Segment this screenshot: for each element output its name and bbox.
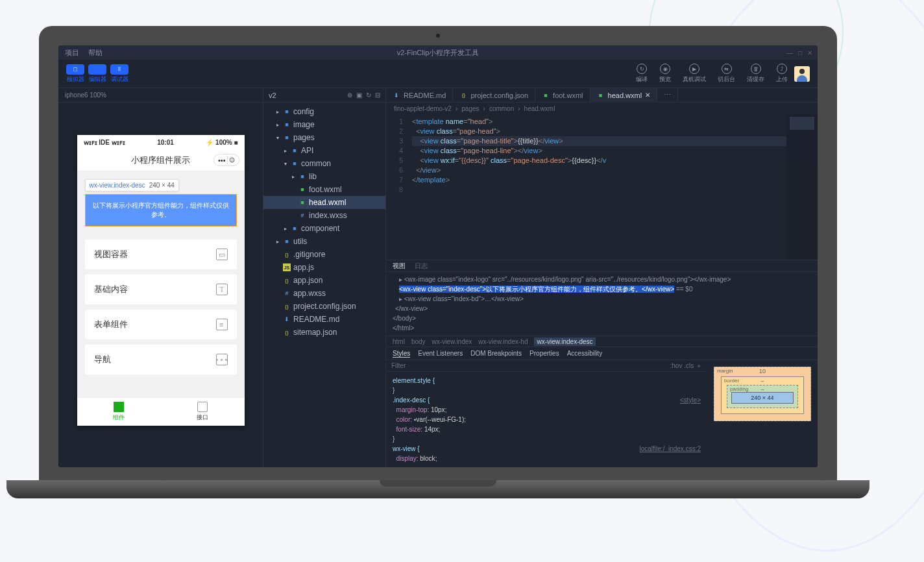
tabbar-item[interactable]: 接口 — [161, 398, 245, 426]
tree-node[interactable]: ▸config — [263, 105, 385, 118]
titlebar: 项目帮助 v2-FinClip小程序开发工具 — □ ✕ — [58, 45, 818, 60]
minimap[interactable] — [786, 114, 818, 260]
styles-tab[interactable]: Event Listeners — [418, 350, 463, 357]
code-editor[interactable]: 12345678 <template name="head"> <view cl… — [386, 114, 818, 260]
laptop-frame: 项目帮助 v2-FinClip小程序开发工具 — □ ✕ □模拟器编辑器⫴调试器… — [39, 26, 837, 498]
css-rules[interactable]: element.style { } <style>.index-desc { m… — [386, 372, 707, 467]
tree-node[interactable]: ▸component — [263, 222, 385, 235]
more-icon[interactable]: ••• — [218, 156, 226, 164]
styles-tab[interactable]: Styles — [393, 350, 410, 358]
box-model[interactable]: margin10 border– padding– 240 × 44 — [707, 360, 818, 467]
editor-tab[interactable]: foot.wxml — [535, 88, 590, 103]
page-title: 小程序组件展示 — [131, 154, 190, 166]
phone-preview[interactable]: ᴡɪꜰɪ IDE ᴡɪꜰɪ 10:01 ⚡ 100% ■ 小程序组件展示 •••… — [77, 135, 245, 426]
tree-node[interactable]: README.md — [263, 313, 385, 326]
styles-tab[interactable]: Accessibility — [567, 350, 602, 357]
more-tabs-icon[interactable]: ⋯ — [657, 88, 678, 103]
tabbar-item[interactable]: 组件 — [77, 398, 161, 426]
tree-node[interactable]: ▸image — [263, 118, 385, 131]
inspected-element[interactable]: 以下将展示小程序官方组件能力，组件样式仅供参考。 — [85, 194, 237, 226]
list-item[interactable]: 导航∘∘∘ — [85, 345, 237, 374]
window-title: v2-FinClip小程序开发工具 — [397, 48, 480, 58]
action-button-真机调试[interactable]: ▶真机调试 — [683, 64, 706, 84]
devtools-tab-elements[interactable]: 视图 — [393, 262, 406, 271]
tree-node[interactable]: ▸lib — [263, 170, 385, 183]
styles-filter-input[interactable]: Filter — [391, 362, 406, 369]
devtools-tab-console[interactable]: 日志 — [415, 262, 428, 271]
breadcrumb[interactable]: fino-applet-demo-v2 › pages › common › h… — [386, 103, 818, 114]
phone-tabbar: 组件接口 — [77, 397, 245, 426]
tree-node[interactable]: app.js — [263, 261, 385, 274]
simulator-panel: iphone6 100% ᴡɪꜰɪ IDE ᴡɪꜰɪ 10:01 ⚡ 100% … — [58, 88, 263, 467]
ide-window: 项目帮助 v2-FinClip小程序开发工具 — □ ✕ □模拟器编辑器⫴调试器… — [58, 45, 818, 467]
tree-node[interactable]: ▾pages — [263, 131, 385, 144]
new-folder-icon[interactable]: ▣ — [356, 92, 362, 99]
editor-tab[interactable]: head.wxml✕ — [590, 88, 658, 103]
tree-node[interactable]: foot.wxml — [263, 183, 385, 196]
tree-node[interactable]: app.json — [263, 274, 385, 287]
editor-tab[interactable]: project.config.json — [453, 88, 535, 103]
camera-icon — [436, 34, 440, 38]
capsule-button[interactable]: ••• ⊙ — [213, 154, 239, 166]
action-button-预览[interactable]: ◉预览 — [659, 64, 671, 84]
menu-item[interactable]: 项目 — [65, 48, 79, 58]
close-icon[interactable]: ✕ — [807, 49, 812, 56]
devtools-panel: 视图 日志 ▸ <wx-image class="index-logo" src… — [386, 260, 818, 467]
list-item[interactable]: 视图容器▭ — [85, 239, 237, 269]
collapse-icon[interactable]: ⊟ — [375, 92, 380, 99]
tree-node[interactable]: .gitignore — [263, 248, 385, 261]
toolbar: □模拟器编辑器⫴调试器 ↻编译◉预览▶真机调试⇆切后台🗑清缓存⤴上传 — [58, 60, 818, 88]
tree-node[interactable]: head.wxml — [263, 196, 385, 209]
action-button-编译[interactable]: ↻编译 — [636, 64, 648, 84]
list-item[interactable]: 表单组件≡ — [85, 310, 237, 339]
action-button-上传[interactable]: ⤴上传 — [776, 64, 788, 84]
phone-status-bar: ᴡɪꜰɪ IDE ᴡɪꜰɪ 10:01 ⚡ 100% ■ — [77, 135, 245, 149]
close-circle-icon[interactable]: ⊙ — [229, 156, 235, 164]
simulator-device-label[interactable]: iphone6 100% — [58, 88, 263, 103]
tree-node[interactable]: ▸API — [263, 144, 385, 157]
styles-tab[interactable]: Properties — [529, 350, 559, 357]
dom-tree[interactable]: ▸ <wx-image class="index-logo" src="../r… — [386, 272, 818, 336]
mode-button[interactable]: 编辑器 — [88, 64, 106, 84]
tree-node[interactable]: index.wxss — [263, 209, 385, 222]
minimize-icon[interactable]: — — [786, 49, 793, 56]
new-file-icon[interactable]: ⊕ — [347, 92, 352, 99]
tree-node[interactable]: sitemap.json — [263, 326, 385, 339]
close-tab-icon[interactable]: ✕ — [645, 92, 650, 99]
editor-tabs: README.mdproject.config.jsonfoot.wxmlhea… — [386, 88, 818, 103]
dom-breadcrumb[interactable]: htmlbodywx-view.indexwx-view.index-hdwx-… — [386, 336, 818, 347]
editor-tab[interactable]: README.md — [386, 88, 453, 103]
action-button-切后台[interactable]: ⇆切后台 — [718, 64, 735, 84]
tree-node[interactable]: ▸utils — [263, 235, 385, 248]
tree-node[interactable]: project.config.json — [263, 300, 385, 313]
mode-button[interactable]: ⫴调试器 — [110, 64, 128, 84]
styles-filter-actions[interactable]: :hov .cls ＋ — [670, 361, 702, 371]
action-button-清缓存[interactable]: 🗑清缓存 — [747, 64, 764, 84]
tree-node[interactable]: ▾common — [263, 157, 385, 170]
avatar[interactable] — [794, 66, 810, 82]
inspect-tooltip: wx-view.index-desc 240 × 44 — [85, 179, 179, 191]
refresh-icon[interactable]: ↻ — [366, 92, 371, 99]
file-explorer: v2 ⊕ ▣ ↻ ⊟ ▸config▸image▾pages▸API▾commo… — [263, 88, 386, 467]
tree-node[interactable]: app.wxss — [263, 287, 385, 300]
list-item[interactable]: 基础内容𝕋 — [85, 275, 237, 304]
project-root[interactable]: v2 — [269, 92, 276, 99]
styles-tab[interactable]: DOM Breakpoints — [470, 350, 522, 357]
mode-button[interactable]: □模拟器 — [66, 64, 84, 84]
phone-nav-bar: 小程序组件展示 ••• ⊙ — [77, 149, 245, 171]
menu-item[interactable]: 帮助 — [88, 48, 103, 58]
maximize-icon[interactable]: □ — [798, 49, 802, 56]
